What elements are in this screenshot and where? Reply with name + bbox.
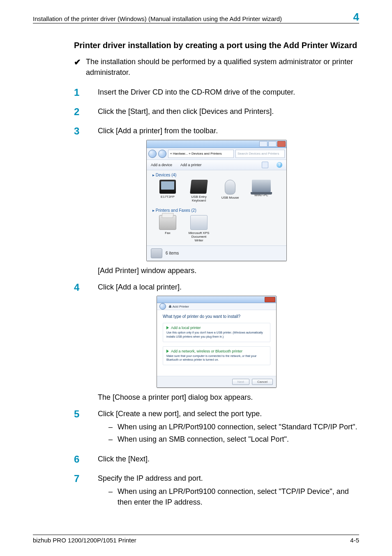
device-label: E17T2FP — [161, 195, 175, 199]
step-body: Specify the IP address and port. – When … — [98, 473, 359, 509]
step-7-text: Specify the IP address and port. — [98, 474, 203, 482]
device-label: USB Entry Keyboard — [191, 195, 206, 202]
page-footer: bizhub PRO 1200/1200P/1051 Printer 4-5 — [33, 535, 359, 544]
window-maximize-button[interactable] — [268, 141, 277, 147]
page: Installation of the printer driver (Wind… — [0, 0, 392, 556]
header-title: Installation of the printer driver (Wind… — [33, 15, 282, 22]
page-header: Installation of the printer driver (Wind… — [33, 12, 359, 23]
device-laptop[interactable]: WIN7-PC — [249, 180, 273, 202]
step-4-result: The [Choose a printer port] dialog box a… — [98, 392, 359, 403]
window-titlebar — [147, 140, 286, 148]
prerequisite-row: ✔ The installation should be performed b… — [74, 56, 359, 78]
sub-item-text: When using an LPR/Port9100 connection, s… — [118, 486, 359, 507]
cancel-button[interactable]: Cancel — [252, 379, 273, 385]
sub-item: – When using an LPR/Port9100 connection,… — [108, 422, 359, 432]
step-body: Click [Create a new port], and select th… — [98, 408, 359, 446]
step-number: 1 — [74, 87, 86, 99]
device-mouse[interactable]: USB Mouse — [218, 180, 242, 202]
toolbar-add-printer[interactable]: Add a printer — [180, 163, 202, 167]
step-5-sublist: – When using an LPR/Port9100 connection,… — [98, 422, 359, 445]
address-bar[interactable]: « Hardwar... » Devices and Printers — [168, 150, 234, 158]
printer-xps[interactable]: Microsoft XPS Document Writer — [187, 215, 211, 242]
nav-back-button[interactable] — [148, 150, 157, 158]
sub-item-text: When using an SMB connection, select "Lo… — [118, 434, 289, 445]
devices-grid: E17T2FP USB Entry Keyboard USB Mouse WIN… — [147, 178, 286, 206]
printers-grid: Fax Microsoft XPS Document Writer — [147, 213, 286, 246]
step-number: 7 — [74, 473, 86, 485]
window-minimize-button[interactable] — [259, 141, 267, 147]
printers-section-label: ▸ Printers and Faxes (2) — [147, 206, 286, 213]
arrow-icon — [166, 350, 169, 353]
dash-icon: – — [108, 434, 113, 445]
device-keyboard[interactable]: USB Entry Keyboard — [187, 180, 211, 202]
step-7-sublist: – When using an LPR/Port9100 connection,… — [98, 486, 359, 507]
explorer-nav-row: « Hardwar... » Devices and Printers Sear… — [147, 148, 286, 160]
sub-item: – When using an LPR/Port9100 connection,… — [108, 486, 359, 507]
footer-page-number: 4-5 — [350, 537, 359, 544]
step-number: 6 — [74, 454, 86, 466]
step-5-text: Click [Create a new port], and select th… — [98, 410, 262, 418]
toolbar-add-device[interactable]: Add a device — [151, 163, 172, 167]
printer-icon — [190, 215, 208, 230]
wizard-body: What type of printer do you want to inst… — [157, 310, 276, 375]
step-body: Click the [Next]. — [98, 454, 359, 464]
option-description: Make sure that your computer is connecte… — [166, 354, 267, 361]
option-description: Use this option only if you don't have a… — [166, 331, 267, 338]
wizard-question: What type of printer do you want to inst… — [163, 314, 270, 319]
step-7: 7 Specify the IP address and port. – Whe… — [74, 473, 359, 509]
fax-icon — [159, 215, 176, 230]
explorer-toolbar: Add a device Add a printer ? — [147, 160, 286, 170]
screenshot-add-printer-wizard: 🖶 Add Printer What type of printer do yo… — [157, 296, 277, 387]
step-number: 5 — [74, 408, 86, 420]
monitor-icon — [159, 180, 176, 194]
breadcrumb-label: 🖶 Add Printer — [168, 305, 189, 308]
mouse-icon — [225, 180, 235, 195]
checkmark-icon: ✔ — [74, 56, 81, 68]
step-number: 4 — [74, 282, 86, 294]
dash-icon: – — [108, 422, 113, 432]
search-field[interactable]: Search Devices and Printers — [235, 150, 285, 158]
prerequisite-text: The installation should be performed by … — [86, 56, 359, 78]
option-title-text: Add a local printer — [171, 326, 201, 330]
back-icon[interactable] — [159, 303, 166, 310]
help-icon[interactable]: ? — [277, 162, 282, 168]
screenshot-devices-and-printers: « Hardwar... » Devices and Printers Sear… — [146, 140, 287, 261]
step-2: 2 Click the [Start], and then click [Dev… — [74, 106, 359, 118]
printers-section-text: Printers and Faxes (2) — [156, 208, 196, 213]
window-close-button[interactable] — [277, 141, 286, 147]
option-title: Add a network, wireless or Bluetooth pri… — [166, 349, 267, 353]
chapter-number: 4 — [353, 12, 359, 22]
step-body: Click [Add a local printer]. — [98, 282, 359, 292]
device-label: Microsoft XPS Document Writer — [189, 231, 210, 242]
step-number: 2 — [74, 106, 86, 118]
sub-item-text: When using an LPR/Port9100 connection, s… — [118, 422, 357, 432]
option-title: Add a local printer — [166, 326, 267, 330]
wizard-titlebar — [157, 296, 276, 303]
laptop-icon — [252, 180, 271, 192]
footer-product: bizhub PRO 1200/1200P/1051 Printer — [33, 537, 136, 544]
printer-fax[interactable]: Fax — [156, 215, 180, 242]
step-body: Click [Add a printer] from the toolbar. — [98, 125, 359, 136]
section-heading: Printer driver installation by creating … — [74, 40, 359, 51]
wizard-breadcrumb: 🖶 Add Printer — [157, 303, 276, 310]
option-local-printer[interactable]: Add a local printer Use this option only… — [163, 323, 270, 342]
next-button[interactable]: Next — [232, 379, 249, 385]
nav-forward-button[interactable] — [158, 150, 166, 158]
view-options-icon[interactable] — [262, 162, 268, 168]
step-3: 3 Click [Add a printer] from the toolbar… — [74, 125, 359, 137]
step-body: Click the [Start], and then click [Devic… — [98, 106, 359, 117]
step-4: 4 Click [Add a local printer]. — [74, 282, 359, 294]
status-bar: 6 items — [147, 246, 286, 261]
status-text: 6 items — [166, 251, 179, 255]
keyboard-icon — [190, 180, 208, 194]
option-network-printer[interactable]: Add a network, wireless or Bluetooth pri… — [163, 346, 270, 365]
step-3-result: [Add Printer] window appears. — [98, 265, 359, 276]
devices-section-label: ▸ Devices (4) — [147, 170, 286, 178]
device-label: USB Mouse — [221, 196, 239, 199]
step-6: 6 Click the [Next]. — [74, 454, 359, 466]
device-label: Fax — [165, 231, 170, 235]
device-monitor[interactable]: E17T2FP — [156, 180, 180, 202]
status-icon — [151, 248, 162, 258]
breadcrumb-text: Add Printer — [173, 305, 189, 308]
window-close-button[interactable] — [265, 297, 275, 302]
